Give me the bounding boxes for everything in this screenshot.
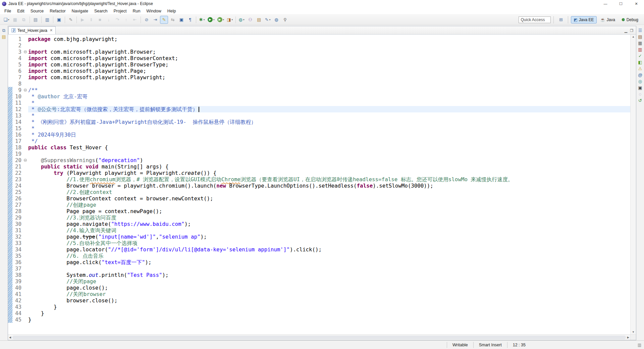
edit-annotation-button[interactable]: ✎	[67, 16, 75, 24]
code-text[interactable]: */	[28, 138, 630, 144]
code-line-9[interactable]: 9/**	[8, 87, 630, 93]
code-text[interactable]: try (Playwright playwright = Playwright.…	[28, 170, 630, 176]
quick-access-input[interactable]	[519, 16, 551, 23]
code-text[interactable]: *	[28, 125, 630, 132]
menu-run[interactable]: Run	[129, 8, 143, 14]
code-line-36[interactable]: 36 page.click("text=百度一下");	[8, 259, 630, 265]
link-with-editor-button[interactable]: ⇆	[169, 16, 177, 24]
code-line-13[interactable]: 13 *	[8, 112, 630, 119]
task-list-view-icon[interactable]: ▤	[638, 35, 642, 39]
coverage-launch-button[interactable]: ▶▾	[216, 16, 225, 24]
code-line-4[interactable]: 4import com.microsoft.playwright.Browser…	[8, 55, 630, 61]
code-line-45[interactable]: 45}	[8, 316, 630, 323]
code-line-15[interactable]: 15 *	[8, 125, 630, 132]
code-line-40[interactable]: 40 page.close();	[8, 285, 630, 291]
new-web-service-button[interactable]: ◍▾	[237, 16, 246, 24]
code-line-31[interactable]: 31 //4.输入查询关键词	[8, 227, 630, 234]
code-line-44[interactable]: 44 }	[8, 310, 630, 316]
dropdown-caret-icon[interactable]: ▾	[231, 18, 233, 21]
code-text[interactable]: page.click("text=百度一下");	[28, 259, 630, 265]
code-line-35[interactable]: 35 //6. 点击音乐	[8, 253, 630, 259]
search-button[interactable]: ⚲	[281, 16, 289, 24]
close-tab-icon[interactable]: ✕	[50, 28, 53, 33]
code-text[interactable]: * 2024年9月30日	[28, 132, 630, 138]
menu-project[interactable]: Project	[111, 8, 130, 14]
code-line-30[interactable]: 30 page.navigate("https://www.baidu.com"…	[8, 221, 630, 227]
code-text[interactable]: //5.自动补全其中一个选择项	[28, 240, 630, 246]
maximize-editor-icon[interactable]: ❐	[630, 29, 633, 33]
code-line-7[interactable]: 7import com.microsoft.playwright.Playwri…	[8, 74, 630, 81]
code-line-22[interactable]: 22 try (Playwright playwright = Playwrig…	[8, 170, 630, 176]
history-view-icon[interactable]: ↺	[638, 98, 642, 103]
code-text[interactable]: * @author 北京-宏哥	[28, 93, 630, 100]
open-console-button[interactable]: ▣	[55, 16, 63, 24]
show-source-only-button[interactable]: ▣	[177, 16, 185, 24]
code-line-20[interactable]: 20 @SuppressWarnings("deprecation")	[8, 157, 630, 163]
code-line-11[interactable]: 11 *	[8, 100, 630, 106]
console-view-icon[interactable]: ▣	[638, 86, 642, 90]
project-explorer-icon[interactable]: ▤	[2, 35, 6, 39]
code-text[interactable]: import com.microsoft.playwright.Browser;	[28, 49, 630, 55]
code-text[interactable]: //6. 点击音乐	[28, 253, 630, 259]
perspective-debug[interactable]: ⚈Debug	[619, 16, 641, 23]
scroll-down-icon[interactable]: ▼	[632, 331, 635, 334]
code-text[interactable]: * @公众号:北京宏哥（微信搜索，关注宏哥，提前解锁更多测试干货）	[28, 106, 630, 112]
code-text[interactable]: page.type("input[name='wd']","selenium a…	[28, 234, 630, 240]
dropdown-caret-icon[interactable]: ▾	[213, 18, 215, 21]
code-text[interactable]: }	[28, 316, 630, 323]
menu-window[interactable]: Window	[143, 8, 164, 14]
dropdown-caret-icon[interactable]: ▾	[269, 18, 271, 21]
scroll-left-icon[interactable]: ◀	[9, 336, 11, 339]
skip-breakpoints-button[interactable]: ⊘	[143, 16, 151, 24]
menu-refactor[interactable]: Refactor	[47, 8, 68, 14]
perspective-java-ee[interactable]: ◩Java EE	[571, 16, 596, 23]
close-window-button[interactable]: ✕	[629, 0, 644, 7]
external-tools-launch-button[interactable]: ◨▾	[226, 16, 234, 24]
code-line-25[interactable]: 25 //2.创建context	[8, 189, 630, 195]
menu-navigate[interactable]: Navigate	[69, 8, 91, 14]
code-text[interactable]: //创建page	[28, 202, 630, 208]
scroll-right-icon[interactable]: ▶	[627, 336, 629, 339]
code-text[interactable]: //4.输入查询关键词	[28, 227, 630, 234]
declaration-view-icon[interactable]: ◎	[638, 79, 642, 84]
code-line-39[interactable]: 39 //关闭page	[8, 278, 630, 285]
code-text[interactable]	[28, 42, 630, 49]
dropdown-caret-icon[interactable]: ▾	[8, 18, 9, 21]
open-perspective-button[interactable]: ⊞	[557, 16, 565, 24]
code-text[interactable]: import com.microsoft.playwright.BrowserT…	[28, 61, 630, 68]
code-text[interactable]: Page page = context.newPage();	[28, 208, 630, 214]
coverage-view-icon[interactable]: ◧	[638, 60, 642, 64]
code-text[interactable]	[28, 151, 630, 157]
code-line-32[interactable]: 32 page.type("input[name='wd']","seleniu…	[8, 234, 630, 240]
code-line-34[interactable]: 34 page.locator("//*[@id='form']/div/ul/…	[8, 246, 630, 253]
code-line-38[interactable]: 38 System.out.println("Test Pass");	[8, 272, 630, 278]
search-view-icon[interactable]: ◌	[639, 92, 642, 96]
collapse-icon[interactable]	[24, 159, 27, 162]
maximize-window-button[interactable]: ☐	[613, 0, 629, 7]
scroll-up-icon[interactable]: ▲	[632, 35, 635, 38]
code-text[interactable]: *	[28, 112, 630, 119]
code-text[interactable]: BrowserContext context = browser.newCont…	[28, 195, 630, 202]
dropdown-caret-icon[interactable]: ▾	[223, 18, 224, 21]
code-text[interactable]: //关闭page	[28, 278, 630, 285]
problems-view-icon[interactable]: ⚠	[638, 66, 642, 71]
dropdown-caret-icon[interactable]: ▾	[204, 18, 205, 21]
code-line-24[interactable]: 24 Browser browser = playwright.chromium…	[8, 183, 630, 189]
collapse-icon[interactable]	[24, 50, 27, 53]
menu-help[interactable]: Help	[164, 8, 179, 14]
code-text[interactable]: //3.浏览器访问百度	[28, 214, 630, 221]
team-sync-button[interactable]: ⚇	[246, 16, 254, 24]
step-filters-button[interactable]: ⇥	[151, 16, 159, 24]
code-line-33[interactable]: 33 //5.自动补全其中一个选择项	[8, 240, 630, 246]
vertical-scrollbar[interactable]: ▲ ▼	[630, 35, 636, 334]
code-line-10[interactable]: 10 * @author 北京-宏哥	[8, 93, 630, 100]
horizontal-scroll-thumb[interactable]	[12, 336, 626, 339]
menu-search[interactable]: Search	[91, 8, 111, 14]
collapse-icon[interactable]	[24, 89, 27, 92]
mark-occurrences-toggle[interactable]: ✎	[160, 16, 168, 24]
code-text[interactable]	[28, 265, 630, 272]
servers-view-icon[interactable]: ▥	[638, 47, 642, 52]
code-line-18[interactable]: 18public class Test_Hover {	[8, 144, 630, 151]
code-line-41[interactable]: 41 //关闭browser	[8, 291, 630, 297]
run-launch-button[interactable]: ▶▾	[207, 16, 216, 24]
